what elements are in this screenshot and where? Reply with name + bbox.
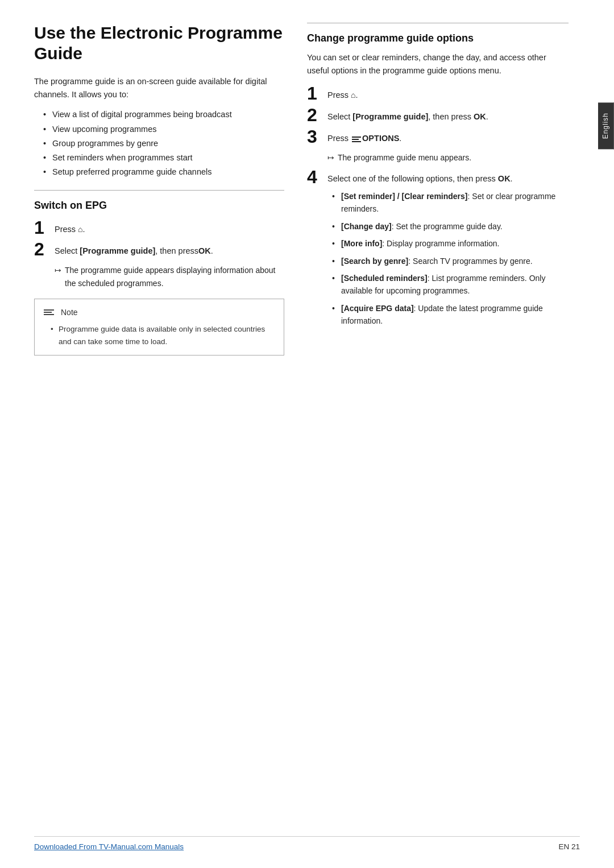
right-step-3-content: Press OPTIONS. <box>327 130 401 145</box>
switch-epg-heading: Switch on EPG <box>34 200 284 212</box>
right-step-4-content: Select one of the following options, the… <box>327 170 569 332</box>
right-step-2-bold: [Programme guide] <box>352 112 428 121</box>
right-step-number-2: 2 <box>307 106 327 124</box>
right-step3-note-text: The programme guide menu appears. <box>338 153 471 162</box>
right-divider-top <box>307 23 569 23</box>
step-2-content: Select [Programme guide], then pressOK. <box>55 242 213 258</box>
note-item: Programme guide data is available only i… <box>51 323 275 348</box>
step-2: 2 Select [Programme guide], then pressOK… <box>34 242 284 258</box>
note-list: Programme guide data is available only i… <box>44 323 275 348</box>
note-header: Note <box>44 306 275 319</box>
step-2-ok: OK <box>198 246 211 255</box>
intro-text: The programme guide is an on-screen guid… <box>34 75 284 101</box>
option-3-bold: [More info] <box>341 239 382 248</box>
left-column: Use the Electronic Programme Guide The p… <box>34 23 284 834</box>
home-icon: ⌂ <box>78 225 82 234</box>
step-number-1: 1 <box>34 218 55 237</box>
step-1-content: Press ⌂. <box>55 221 85 236</box>
right-step-3-options: OPTIONS <box>362 134 399 143</box>
right-step-3: 3 Press OPTIONS. <box>307 130 569 146</box>
options-list: [Set reminder] / [Clear reminders]: Set … <box>327 190 569 328</box>
footer-page: EN 21 <box>558 842 580 851</box>
footer-link[interactable]: Downloaded From TV-Manual.com Manuals <box>34 842 184 851</box>
right-step-number-4: 4 <box>307 168 327 186</box>
main-content: Use the Electronic Programme Guide The p… <box>34 23 580 834</box>
right-step-3-sub-note: The programme guide menu appears. <box>327 151 569 164</box>
note-label: Note <box>61 306 78 319</box>
step-2-sub-note: The programme guide appears displaying i… <box>55 264 284 290</box>
section-divider <box>34 190 284 191</box>
step-2-bold: [Programme guide] <box>80 246 155 255</box>
option-item-3: [More info]: Display programme informati… <box>332 237 569 250</box>
option-item-6: [Acquire EPG data]: Update the latest pr… <box>332 302 569 328</box>
list-item: Setup preferred programme guide channels <box>43 166 284 179</box>
home-icon-right-1: ⌂ <box>351 90 355 100</box>
option-5-bold: [Scheduled reminders] <box>341 274 428 283</box>
option-2-text: : Set the programme guide day. <box>392 222 503 231</box>
option-4-bold: [Search by genre] <box>341 257 408 266</box>
step-number-2: 2 <box>34 240 55 258</box>
right-step-4: 4 Select one of the following options, t… <box>307 170 569 332</box>
option-1-bold: [Set reminder] / [Clear reminders] <box>341 192 468 201</box>
right-step-2-content: Select [Programme guide], then press OK. <box>327 108 488 123</box>
list-item: Set reminders when programmes start <box>43 151 284 164</box>
right-step-2: 2 Select [Programme guide], then press O… <box>307 108 569 124</box>
footer: Downloaded From TV-Manual.com Manuals EN… <box>34 836 580 851</box>
option-item-2: [Change day]: Set the programme guide da… <box>332 220 569 233</box>
option-3-text: : Display programme information. <box>382 239 499 248</box>
note-icon <box>44 309 54 315</box>
side-tab-label: English <box>601 113 609 139</box>
option-item-1: [Set reminder] / [Clear reminders]: Set … <box>332 190 569 216</box>
option-item-4: [Search by genre]: Search TV programmes … <box>332 255 569 267</box>
option-2-bold: [Change day] <box>341 222 392 231</box>
page-wrapper: English Use the Electronic Programme Gui… <box>0 0 614 868</box>
intro-bullet-list: View a list of digital programmes being … <box>34 108 284 179</box>
right-step-2-ok: OK <box>474 112 486 121</box>
options-icon <box>352 137 361 142</box>
right-step-number-1: 1 <box>307 84 327 102</box>
right-intro: You can set or clear reminders, change t… <box>307 51 569 77</box>
option-item-5: [Scheduled reminders]: List programme re… <box>332 272 569 297</box>
right-step-number-3: 3 <box>307 127 327 146</box>
note-box: Note Programme guide data is available o… <box>34 299 284 356</box>
step-1: 1 Press ⌂. <box>34 221 284 237</box>
option-6-bold: [Acquire EPG data] <box>341 304 414 313</box>
list-item: Group programmes by genre <box>43 137 284 150</box>
list-item: View upcoming programmes <box>43 123 284 136</box>
side-tab: English <box>598 102 614 149</box>
option-4-text: : Search TV programmes by genre. <box>408 257 532 266</box>
right-step-4-ok: OK <box>498 174 511 183</box>
right-column: Change programme guide options You can s… <box>307 23 569 834</box>
right-section-heading: Change programme guide options <box>307 32 569 44</box>
sub-note-text: The programme guide appears displaying i… <box>65 266 275 287</box>
page-title: Use the Electronic Programme Guide <box>34 23 284 64</box>
right-step-1-content: Press ⌂. <box>327 86 358 102</box>
right-step-1: 1 Press ⌂. <box>307 86 569 102</box>
list-item: View a list of digital programmes being … <box>43 108 284 121</box>
